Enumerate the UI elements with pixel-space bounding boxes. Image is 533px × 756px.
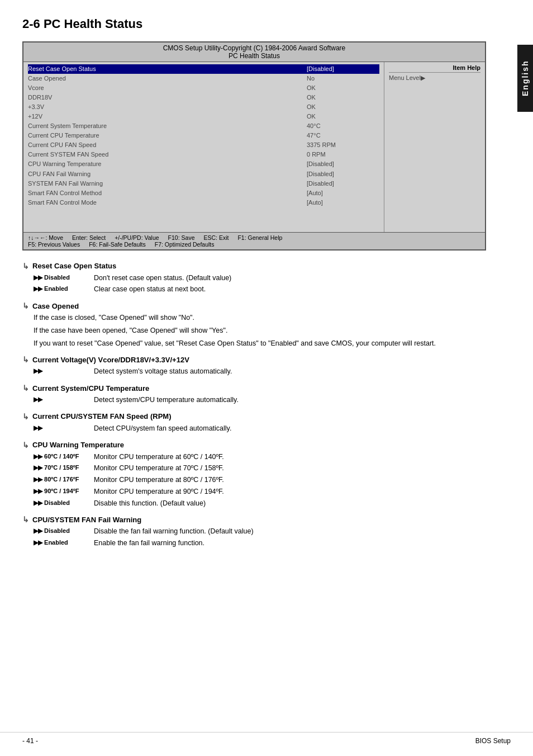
bios-row-label: Current SYSTEM FAN Speed [28, 150, 307, 159]
sub-item: ▶▶Detect CPU/system fan speed automatica… [34, 423, 486, 434]
english-tab: English [517, 45, 533, 112]
bios-row-value: [Disabled] [307, 169, 379, 179]
sub-desc: Monitor CPU temperature at 80ºC / 176ºF. [94, 475, 486, 485]
bios-row[interactable]: Smart FAN Control Method[Auto] [28, 188, 379, 198]
sub-desc: Disable this function. (Default value) [94, 498, 486, 509]
bios-row[interactable]: DDR18VOK [28, 93, 379, 102]
section-cpu-warning: ↳CPU Warning Temperature▶▶ 60ºC / 140ºFM… [22, 441, 486, 509]
section-title-text: Current Voltage(V) Vcore/DDR18V/+3.3V/+1… [32, 356, 189, 364]
section-cpu-fan-fail: ↳CPU/SYSTEM FAN Fail Warning▶▶ DisabledD… [22, 515, 486, 549]
section-title: ↳Current Voltage(V) Vcore/DDR18V/+3.3V/+… [22, 355, 486, 364]
section-body: ▶▶Detect system/CPU temperature automati… [22, 395, 486, 405]
sub-bullet: ▶▶ 70ºC / 158ºF [34, 463, 89, 474]
bios-row-value: 47°C [307, 131, 379, 140]
section-title-text: Current CPU/SYSTEM FAN Speed (RPM) [32, 412, 171, 420]
sub-desc: Enable the fan fail warning function. [94, 538, 486, 549]
bios-row-value: OK [307, 102, 379, 112]
section-title-text: Current System/CPU Temperature [32, 384, 149, 393]
sub-bullet: ▶▶ [34, 423, 89, 434]
bios-row[interactable]: Current SYSTEM FAN Speed0 RPM [28, 150, 379, 159]
bios-body: Reset Case Open Status[Disabled]Case Ope… [23, 62, 485, 232]
bios-left-panel: Reset Case Open Status[Disabled]Case Ope… [23, 62, 384, 232]
section-arrow-icon: ↳ [22, 384, 29, 393]
bios-row-label: +12V [28, 112, 307, 121]
bios-row[interactable]: Reset Case Open Status[Disabled] [28, 64, 379, 74]
bios-right-panel: Item Help Menu Level▶ [384, 62, 485, 232]
section-title: ↳Reset Case Open Status [22, 262, 486, 271]
sub-bullet: ▶▶ Disabled [34, 526, 89, 537]
item-help-content: Menu Level▶ [389, 74, 480, 82]
main-content: 2-6 PC Health Status CMOS Setup Utility-… [0, 0, 514, 572]
page-footer: - 41 - BIOS Setup [0, 732, 533, 745]
bios-row[interactable]: Current CPU FAN Speed3375 RPM [28, 140, 379, 150]
sub-desc: Monitor CPU temperature at 70ºC / 158ºF. [94, 463, 486, 474]
bios-row[interactable]: Current System Temperature40°C [28, 121, 379, 131]
bios-row-label: Vcore [28, 83, 307, 93]
sub-bullet: ▶▶ [34, 366, 89, 377]
bios-row[interactable]: +12VOK [28, 112, 379, 121]
section-body: ▶▶Detect CPU/system fan speed automatica… [22, 423, 486, 434]
section-arrow-icon: ↳ [22, 355, 29, 364]
sub-bullet: ▶▶ Disabled [34, 498, 89, 509]
bios-row[interactable]: Current CPU Temperature47°C [28, 131, 379, 140]
section-title-text: Reset Case Open Status [32, 262, 116, 270]
sub-desc: Monitor CPU temperature at 90ºC / 194ºF. [94, 486, 486, 497]
bios-row-value: [Disabled] [307, 159, 379, 169]
bios-row[interactable]: +3.3VOK [28, 102, 379, 112]
section-arrow-icon: ↳ [22, 412, 29, 421]
bios-row[interactable]: CPU FAN Fail Warning[Disabled] [28, 169, 379, 179]
sub-item: ▶▶ EnabledClear case open status at next… [34, 284, 486, 295]
sub-bullet: ▶▶ [34, 395, 89, 405]
section-title-text: CPU/SYSTEM FAN Fail Warning [32, 516, 141, 524]
sub-item: ▶▶ DisabledDisable the fan fail warning … [34, 526, 486, 537]
bios-row[interactable]: CPU Warning Temperature[Disabled] [28, 159, 379, 169]
bios-row-label: Smart FAN Control Method [28, 188, 307, 198]
bios-row-value: 40°C [307, 121, 379, 131]
section-body: ▶▶ DisabledDisable the fan fail warning … [22, 526, 486, 549]
sub-item: ▶▶Detect system's voltage status automat… [34, 366, 486, 377]
bios-row[interactable]: Smart FAN Control Mode[Auto] [28, 198, 379, 207]
section-current-temp: ↳Current System/CPU Temperature▶▶Detect … [22, 384, 486, 405]
bios-row-value: [Auto] [307, 188, 379, 198]
bios-row-label: Smart FAN Control Mode [28, 198, 307, 207]
sub-desc: Clear case open status at next boot. [94, 284, 486, 295]
bios-row-value: [Auto] [307, 198, 379, 207]
bios-row-value: [Disabled] [307, 64, 379, 74]
section-paragraph: If you want to reset "Case Opened" value… [34, 338, 486, 349]
sub-bullet: ▶▶ Enabled [34, 284, 89, 295]
bios-row-value: 3375 RPM [307, 140, 379, 150]
section-body: If the case is closed, "Case Opened" wil… [22, 313, 486, 348]
sub-item: ▶▶Detect system/CPU temperature automati… [34, 395, 486, 405]
bios-header: CMOS Setup Utility-Copyright (C) 1984-20… [23, 42, 485, 62]
section-current-voltage: ↳Current Voltage(V) Vcore/DDR18V/+3.3V/+… [22, 355, 486, 377]
item-help-title: Item Help [389, 64, 480, 73]
sub-desc: Detect CPU/system fan speed automaticall… [94, 423, 486, 434]
bios-row-value: OK [307, 112, 379, 121]
section-body: ▶▶Detect system's voltage status automat… [22, 366, 486, 377]
bios-row[interactable]: Case OpenedNo [28, 74, 379, 83]
bios-row-value: OK [307, 93, 379, 102]
sub-bullet: ▶▶ Enabled [34, 538, 89, 549]
section-title-text: Case Opened [32, 302, 79, 310]
bios-row-label: Current CPU FAN Speed [28, 140, 307, 150]
sub-item: ▶▶ DisabledDisable this function. (Defau… [34, 498, 486, 509]
section-paragraph: If the case is closed, "Case Opened" wil… [34, 313, 486, 323]
section-title: ↳Case Opened [22, 301, 486, 310]
sub-bullet: ▶▶ 80ºC / 176ºF [34, 475, 89, 485]
sub-item: ▶▶ 90ºC / 194ºFMonitor CPU temperature a… [34, 486, 486, 497]
page-title: 2-6 PC Health Status [22, 17, 486, 31]
bios-row-label: Current CPU Temperature [28, 131, 307, 140]
bios-footer: ↑↓→←: Move Enter: Select +/-/PU/PD: Valu… [23, 232, 485, 249]
bios-row[interactable]: SYSTEM FAN Fail Warning[Disabled] [28, 179, 379, 188]
sub-desc: Detect system's voltage status automatic… [94, 366, 486, 377]
bios-row-value: OK [307, 83, 379, 93]
section-current-fan: ↳Current CPU/SYSTEM FAN Speed (RPM)▶▶Det… [22, 412, 486, 434]
section-title: ↳CPU/SYSTEM FAN Fail Warning [22, 515, 486, 524]
section-title: ↳Current CPU/SYSTEM FAN Speed (RPM) [22, 412, 486, 421]
sub-item: ▶▶ DisabledDon't reset case open status.… [34, 273, 486, 284]
section-case-opened: ↳Case OpenedIf the case is closed, "Case… [22, 301, 486, 348]
bios-row-label: Case Opened [28, 74, 307, 83]
bios-table: CMOS Setup Utility-Copyright (C) 1984-20… [22, 41, 486, 251]
section-title: ↳CPU Warning Temperature [22, 441, 486, 450]
bios-row[interactable]: VcoreOK [28, 83, 379, 93]
